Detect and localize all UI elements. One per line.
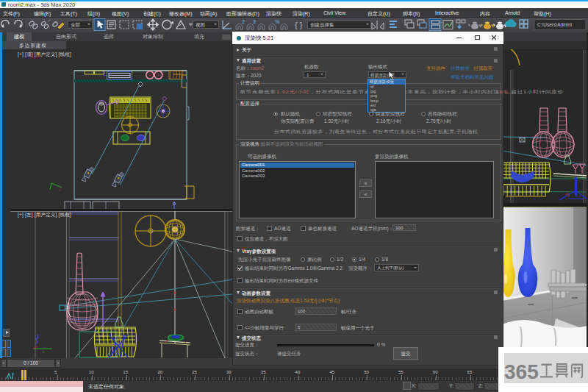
svg-text:x: x [59,188,61,192]
svg-text:3: 3 [253,19,256,24]
svg-text:2: 2 [242,19,245,24]
svg-text:{ }: { } [295,21,303,29]
svg-text:C:\Users\Admini: C:\Users\Admini [537,22,572,27]
svg-text:%: % [275,19,279,24]
svg-text:x: x [43,349,45,354]
